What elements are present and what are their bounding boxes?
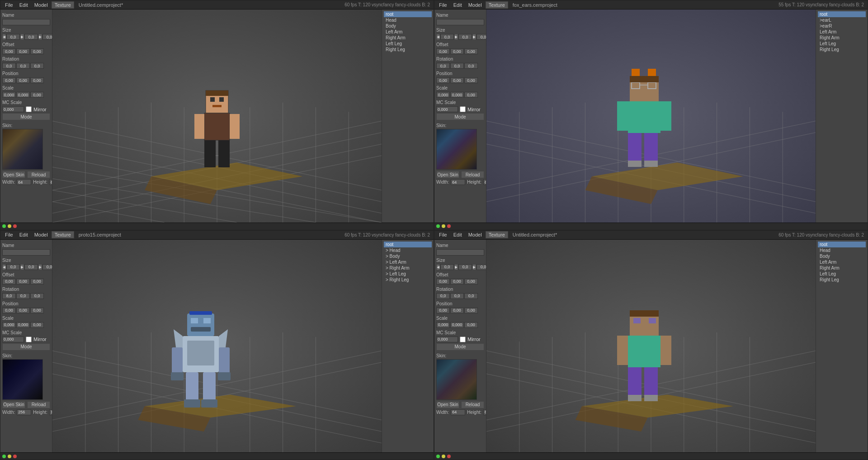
size-z-br[interactable] (476, 264, 486, 270)
size-z-tr[interactable] (476, 34, 486, 40)
model-menu-tr[interactable]: Model (466, 2, 485, 8)
height-input-bl[interactable] (49, 409, 52, 415)
width-input-tr[interactable] (451, 179, 465, 185)
scale-z-br[interactable] (464, 322, 478, 328)
offset-x-tr[interactable] (436, 48, 450, 54)
viewport-tr[interactable] (486, 9, 816, 223)
tree-body-tl[interactable]: Body (384, 23, 432, 29)
mirror-check-bl[interactable] (26, 337, 32, 342)
open-skin-btn-tr[interactable]: Open Skin (436, 171, 459, 178)
model-menu-bl[interactable]: Model (32, 232, 51, 238)
tree-leftleg-br[interactable]: Left Leg (818, 271, 866, 277)
pos-x-bl[interactable] (2, 308, 16, 313)
edit-menu-bl[interactable]: Edit (17, 232, 31, 238)
offset-x-tl[interactable] (2, 48, 16, 54)
size-x-br[interactable] (440, 264, 454, 270)
scale-z-tr[interactable] (464, 92, 478, 98)
scale-y-br[interactable] (450, 322, 464, 328)
tree-root-tr[interactable]: root (818, 11, 866, 17)
open-skin-btn-bl[interactable]: Open Skin (2, 401, 25, 408)
tree-rightarm-bl[interactable]: > Right Arm (384, 265, 432, 271)
tree-leftleg-tr[interactable]: Left Leg (818, 41, 866, 47)
scale-x-tr[interactable] (436, 92, 450, 98)
mirror-check-br[interactable] (460, 337, 466, 342)
name-input-tl[interactable] (2, 19, 50, 25)
pos-y-bl[interactable] (16, 308, 30, 313)
pos-x-tr[interactable] (436, 77, 450, 83)
tree-root-tl[interactable]: root (384, 11, 432, 17)
pos-y-br[interactable] (450, 308, 464, 313)
file-menu-bl[interactable]: File (2, 232, 16, 238)
tree-head-br[interactable]: Head (818, 247, 866, 253)
height-input-tl[interactable] (49, 179, 52, 185)
tree-root-br[interactable]: root (818, 242, 866, 247)
rot-z-bl[interactable] (30, 293, 44, 299)
size-x-inc-br[interactable]: ▶ (454, 264, 458, 270)
size-y-br[interactable] (458, 264, 472, 270)
offset-x-br[interactable] (436, 279, 450, 285)
offset-x-bl[interactable] (2, 279, 16, 285)
rot-z-tl[interactable] (30, 63, 44, 69)
mode-btn-tr[interactable]: Mode (436, 113, 484, 120)
tree-leftarm-bl[interactable]: > Left Arm (384, 259, 432, 265)
file-menu-br[interactable]: File (436, 232, 450, 238)
size-x-inc-tl[interactable]: ▶ (20, 34, 24, 40)
size-y-btn-tr[interactable]: ▶ (472, 34, 476, 40)
offset-z-tl[interactable] (30, 48, 44, 54)
open-skin-btn-tl[interactable]: Open Skin (2, 171, 25, 178)
tree-earR-tr[interactable]: >earR (818, 23, 866, 29)
scale-y-bl[interactable] (16, 322, 30, 328)
pos-x-tl[interactable] (2, 77, 16, 83)
name-input-br[interactable] (436, 249, 484, 256)
scale-y-tr[interactable] (450, 92, 464, 98)
mc-scale-input-tl[interactable] (2, 106, 24, 112)
viewport-bl[interactable] (52, 240, 382, 453)
pos-z-bl[interactable] (30, 308, 44, 313)
mirror-check-tl[interactable] (26, 106, 32, 112)
mc-scale-input-br[interactable] (436, 337, 458, 342)
edit-menu-tr[interactable]: Edit (451, 2, 465, 8)
pos-y-tr[interactable] (450, 77, 464, 83)
texture-btn-bl[interactable]: Texture (52, 231, 74, 238)
rot-x-bl[interactable] (2, 293, 16, 299)
pos-y-tl[interactable] (16, 77, 30, 83)
pos-x-br[interactable] (436, 308, 450, 313)
offset-y-br[interactable] (450, 279, 464, 285)
mode-btn-bl[interactable]: Mode (2, 343, 50, 351)
rot-y-tr[interactable] (450, 63, 464, 69)
model-menu-br[interactable]: Model (466, 232, 485, 238)
scale-z-bl[interactable] (30, 322, 44, 328)
size-y-tl[interactable] (24, 34, 38, 40)
tree-rightarm-tr[interactable]: Right Arm (818, 35, 866, 41)
model-menu-tl[interactable]: Model (32, 2, 51, 8)
open-skin-btn-br[interactable]: Open Skin (436, 401, 459, 408)
offset-y-tr[interactable] (450, 48, 464, 54)
rot-z-tr[interactable] (464, 63, 478, 69)
mirror-check-tr[interactable] (460, 106, 466, 112)
rot-y-bl[interactable] (16, 293, 30, 299)
offset-z-br[interactable] (464, 279, 478, 285)
rot-x-tr[interactable] (436, 63, 450, 69)
pos-z-tl[interactable] (30, 77, 44, 83)
rot-x-br[interactable] (436, 293, 450, 299)
size-z-tl[interactable] (42, 34, 52, 40)
size-x-dec-bl[interactable]: ◀ (2, 264, 6, 270)
mode-btn-br[interactable]: Mode (436, 343, 484, 351)
size-x-tr[interactable] (440, 34, 454, 40)
offset-y-tl[interactable] (16, 48, 30, 54)
reload-btn-bl[interactable]: Reload (27, 401, 50, 408)
texture-btn-br[interactable]: Texture (486, 231, 508, 238)
size-x-inc-bl[interactable]: ▶ (20, 264, 24, 270)
tree-rightarm-br[interactable]: Right Arm (818, 265, 866, 271)
name-input-tr[interactable] (436, 19, 484, 25)
tree-leftarm-br[interactable]: Left Arm (818, 259, 866, 265)
offset-z-tr[interactable] (464, 48, 478, 54)
name-input-bl[interactable] (2, 249, 50, 256)
tree-root-bl[interactable]: root (384, 242, 432, 247)
size-y-btn-br[interactable]: ▶ (472, 264, 476, 270)
texture-btn-tl[interactable]: Texture (52, 1, 74, 9)
height-input-br[interactable] (483, 409, 486, 415)
size-x-dec-tl[interactable]: ◀ (2, 34, 6, 40)
mode-btn-tl[interactable]: Mode (2, 113, 50, 120)
size-y-bl[interactable] (24, 264, 38, 270)
